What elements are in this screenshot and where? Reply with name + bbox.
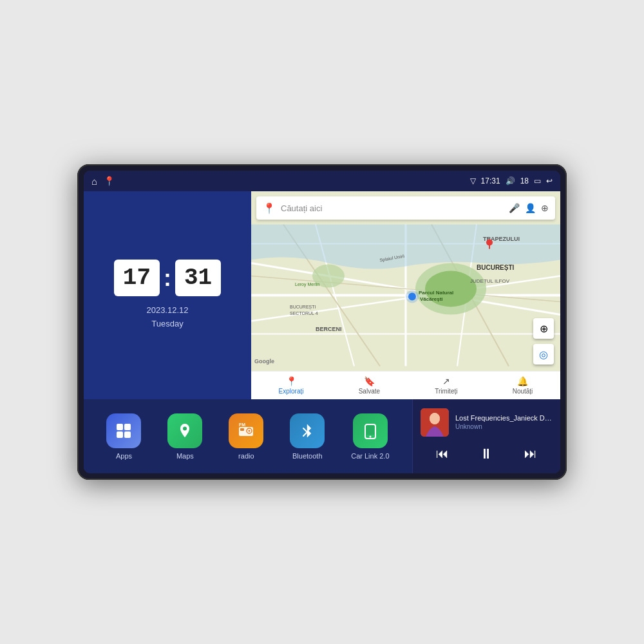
map-bottom-bar: 📍 Explorați 🔖 Salvate ↗ Trimiteți 🔔 — [251, 371, 560, 399]
map-location-button[interactable]: ◎ — [533, 344, 554, 365]
map-tab-explore[interactable]: 📍 Explorați — [279, 376, 304, 395]
signal-icon: ▽ — [470, 176, 476, 185]
carlink-label: Car Link 2.0 — [351, 452, 389, 460]
back-icon[interactable]: ↩ — [546, 176, 553, 185]
carlink-icon — [353, 413, 388, 448]
music-top: Lost Frequencies_Janieck Devy-... Unknow… — [421, 408, 553, 437]
svg-point-45 — [430, 413, 440, 424]
saved-label: Salvate — [359, 388, 380, 395]
bluetooth-label: Bluetooth — [292, 452, 322, 460]
send-icon: ↗ — [442, 376, 450, 386]
svg-point-27 — [406, 290, 419, 303]
map-search-text[interactable]: Căutați aici — [281, 204, 504, 213]
map-compass-button[interactable]: ⊕ — [533, 318, 554, 339]
album-art — [421, 408, 449, 437]
apps-label: Apps — [116, 452, 132, 460]
app-item-maps[interactable]: Maps — [167, 413, 202, 460]
bluetooth-icon-wrapper — [290, 413, 325, 448]
music-controls: ⏮ ⏸ ⏭ — [421, 443, 553, 465]
maps-icon — [167, 413, 202, 448]
svg-text:Văcărești: Văcărești — [420, 296, 443, 302]
time-display: 17:31 — [481, 176, 500, 185]
svg-text:SECTORUL 4: SECTORUL 4 — [290, 311, 318, 316]
music-info: Lost Frequencies_Janieck Devy-... Unknow… — [455, 414, 553, 430]
account-icon[interactable]: 👤 — [525, 203, 536, 213]
battery-level: 18 — [520, 176, 529, 185]
prev-button[interactable]: ⏮ — [433, 444, 451, 464]
compass-icon: ⊕ — [540, 323, 548, 335]
album-art-image — [421, 408, 449, 437]
clock-panel: 17 : 31 2023.12.12 Tuesday — [84, 191, 251, 399]
clock-colon: : — [164, 265, 171, 292]
map-tab-saved[interactable]: 🔖 Salvate — [359, 376, 380, 395]
music-artist: Unknown — [455, 423, 553, 430]
map-container: TRAPEZULUI BUCUREȘTI JUDEȚUL ILFOV BERCE… — [251, 220, 560, 371]
home-icon[interactable]: ⌂ — [91, 176, 97, 187]
svg-point-38 — [249, 430, 251, 431]
radio-label: radio — [238, 452, 254, 460]
svg-rect-41 — [366, 426, 374, 435]
svg-text:BUCUREȘTI: BUCUREȘTI — [290, 305, 316, 310]
play-pause-button[interactable]: ⏸ — [477, 443, 496, 465]
app-item-radio[interactable]: FM radio — [229, 413, 263, 460]
svg-rect-32 — [117, 431, 123, 438]
svg-text:Parcul Natural: Parcul Natural — [419, 290, 453, 296]
clock-minute: 31 — [175, 260, 221, 296]
svg-text:BERCENI: BERCENI — [316, 326, 342, 332]
news-label: Noutăți — [513, 388, 533, 395]
screen: ⌂ 📍 ▽ 17:31 🔊 18 ▭ ↩ 17 : — [84, 171, 560, 473]
svg-text:Leroy Merlin: Leroy Merlin — [295, 282, 320, 287]
clock-date: 2023.12.12 Tuesday — [146, 304, 188, 331]
svg-text:JUDEȚUL ILFOV: JUDEȚUL ILFOV — [470, 278, 510, 284]
status-right-info: ▽ 17:31 🔊 18 ▭ ↩ — [470, 176, 553, 185]
clock-display: 17 : 31 — [114, 260, 221, 296]
svg-rect-33 — [124, 431, 131, 438]
map-tab-news[interactable]: 🔔 Noutăți — [513, 376, 533, 395]
app-item-carlink[interactable]: Car Link 2.0 — [351, 413, 389, 460]
app-item-bluetooth[interactable]: Bluetooth — [290, 413, 325, 460]
location-icon: ◎ — [539, 348, 548, 361]
app-icons-panel: Apps Maps — [84, 399, 412, 473]
svg-text:BUCUREȘTI: BUCUREȘTI — [477, 264, 515, 271]
send-label: Trimiteți — [435, 388, 457, 395]
apps-icon — [106, 413, 141, 448]
music-title: Lost Frequencies_Janieck Devy-... — [455, 414, 553, 422]
radio-icon: FM — [229, 413, 263, 448]
explore-icon: 📍 — [286, 376, 297, 386]
status-bar: ⌂ 📍 ▽ 17:31 🔊 18 ▭ ↩ — [84, 171, 560, 191]
svg-text:FM: FM — [239, 422, 245, 427]
saved-icon: 🔖 — [364, 376, 375, 386]
music-panel: Lost Frequencies_Janieck Devy-... Unknow… — [412, 399, 560, 473]
top-section: 17 : 31 2023.12.12 Tuesday 📍 Căutați aic… — [84, 191, 560, 399]
next-button[interactable]: ⏭ — [522, 444, 540, 464]
app-item-apps[interactable]: Apps — [106, 413, 141, 460]
clock-hour: 17 — [114, 260, 160, 296]
volume-icon: 🔊 — [506, 176, 515, 185]
map-panel[interactable]: 📍 Căutați aici 🎤 👤 ⊕ — [251, 191, 560, 399]
svg-point-34 — [183, 426, 187, 430]
map-tab-send[interactable]: ↗ Trimiteți — [435, 376, 457, 395]
bottom-section: Apps Maps — [84, 399, 560, 473]
news-icon: 🔔 — [517, 376, 528, 386]
car-head-unit: ⌂ 📍 ▽ 17:31 🔊 18 ▭ ↩ 17 : — [77, 164, 567, 480]
svg-point-42 — [369, 435, 371, 437]
status-left-icons: ⌂ 📍 — [91, 176, 115, 187]
map-search-icons: 🎤 👤 ⊕ — [509, 203, 549, 213]
explore-label: Explorați — [279, 388, 304, 395]
map-pin-icon: 📍 — [263, 202, 276, 214]
battery-icon: ▭ — [534, 176, 541, 185]
svg-text:Google: Google — [254, 358, 274, 365]
mic-icon[interactable]: 🎤 — [509, 203, 520, 213]
svg-rect-31 — [124, 424, 131, 430]
svg-rect-36 — [240, 428, 244, 431]
map-search-bar[interactable]: 📍 Căutați aici 🎤 👤 ⊕ — [256, 196, 555, 220]
svg-rect-30 — [117, 424, 123, 430]
main-content: 17 : 31 2023.12.12 Tuesday 📍 Căutați aic… — [84, 191, 560, 473]
layers-icon[interactable]: ⊕ — [541, 203, 549, 213]
maps-label: Maps — [176, 452, 194, 460]
maps-pin-icon[interactable]: 📍 — [104, 176, 115, 186]
